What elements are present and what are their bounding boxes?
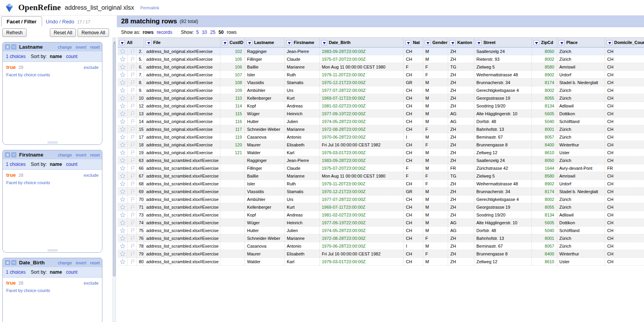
- flag-icon[interactable]: [130, 173, 135, 179]
- facet-exclude-link[interactable]: exclude: [84, 173, 99, 178]
- facet-choice-value[interactable]: true: [6, 172, 16, 178]
- flag-icon[interactable]: [130, 64, 135, 70]
- star-icon[interactable]: [120, 259, 125, 264]
- flag-icon[interactable]: [130, 165, 135, 171]
- star-icon[interactable]: [120, 212, 125, 218]
- flag-icon[interactable]: [130, 158, 135, 163]
- flag-icon[interactable]: [130, 119, 135, 124]
- facet-close-icon[interactable]: x: [5, 260, 10, 265]
- facet-resize-handle[interactable]: [48, 250, 58, 251]
- star-icon[interactable]: [120, 189, 125, 194]
- flag-icon[interactable]: [130, 134, 135, 140]
- flag-icon[interactable]: [130, 220, 135, 225]
- flag-icon[interactable]: [130, 88, 135, 93]
- facet-minimize-icon[interactable]: –: [11, 260, 16, 265]
- facet-invert-link[interactable]: invert: [76, 153, 86, 157]
- star-icon[interactable]: [120, 228, 125, 233]
- star-icon[interactable]: [120, 204, 125, 210]
- column-dropdown-button[interactable]: [146, 40, 151, 45]
- flag-icon[interactable]: [130, 212, 135, 218]
- flag-icon[interactable]: [130, 251, 135, 257]
- column-dropdown-button[interactable]: [246, 40, 252, 45]
- facet-invert-link[interactable]: invert: [76, 45, 86, 49]
- star-icon[interactable]: [120, 119, 125, 124]
- flag-icon[interactable]: [130, 111, 135, 116]
- facet-by-choice-counts-link[interactable]: Facet by choice counts: [3, 286, 102, 295]
- star-icon[interactable]: [120, 243, 125, 249]
- flag-icon[interactable]: [130, 72, 135, 77]
- facet-sort-name-option[interactable]: name: [50, 162, 62, 167]
- facet-choices-link[interactable]: 1 choices: [6, 54, 26, 59]
- flag-icon[interactable]: [130, 181, 135, 187]
- facet-close-icon[interactable]: x: [5, 152, 10, 157]
- flag-icon[interactable]: [130, 243, 135, 249]
- column-dropdown-button[interactable]: [559, 40, 565, 45]
- flag-icon[interactable]: [130, 127, 135, 132]
- facet-panel-scrollbar[interactable]: [113, 37, 116, 322]
- flag-icon[interactable]: [130, 228, 135, 233]
- star-icon[interactable]: [120, 88, 125, 93]
- scrollbar-up-arrow-icon[interactable]: [113, 38, 116, 42]
- scrollbar-thumb[interactable]: [113, 43, 116, 276]
- flag-icon[interactable]: [130, 142, 135, 148]
- facet-by-choice-counts-link[interactable]: Facet by choice counts: [3, 70, 102, 79]
- column-dropdown-button[interactable]: [533, 40, 539, 45]
- facet-choice-value[interactable]: true: [6, 280, 16, 286]
- star-icon[interactable]: [120, 158, 125, 163]
- facet-exclude-link[interactable]: exclude: [84, 65, 99, 70]
- star-icon[interactable]: [120, 103, 125, 109]
- facet-change-link[interactable]: change: [58, 45, 72, 49]
- facet-sort-count-option[interactable]: count: [66, 162, 77, 167]
- flag-icon[interactable]: [130, 80, 135, 85]
- star-icon[interactable]: [120, 134, 125, 140]
- remove-all-button[interactable]: Remove All: [77, 28, 109, 37]
- column-dropdown-button[interactable]: [607, 40, 612, 45]
- facet-sort-count-option[interactable]: count: [66, 269, 77, 275]
- star-icon[interactable]: [120, 197, 125, 202]
- star-icon[interactable]: [120, 181, 125, 187]
- column-dropdown-button[interactable]: [450, 40, 456, 45]
- flag-icon[interactable]: [130, 49, 135, 54]
- column-dropdown-button[interactable]: [405, 40, 411, 45]
- star-icon[interactable]: [120, 72, 125, 77]
- facet-reset-link[interactable]: reset: [90, 260, 100, 265]
- star-icon[interactable]: [120, 80, 125, 85]
- column-dropdown-button[interactable]: [321, 40, 327, 45]
- flag-icon[interactable]: [130, 204, 135, 210]
- star-icon[interactable]: [120, 56, 125, 62]
- facet-by-choice-counts-link[interactable]: Facet by choice counts: [3, 178, 102, 187]
- column-dropdown-button[interactable]: [286, 40, 292, 45]
- star-icon[interactable]: [120, 173, 125, 179]
- flag-icon[interactable]: [130, 150, 135, 155]
- facet-exclude-link[interactable]: exclude: [84, 281, 99, 285]
- facet-choices-link[interactable]: 1 choices: [6, 162, 26, 167]
- star-icon[interactable]: [120, 49, 125, 54]
- star-icon[interactable]: [120, 127, 125, 132]
- facet-close-icon[interactable]: x: [5, 44, 10, 49]
- facet-reset-link[interactable]: reset: [90, 45, 100, 49]
- facet-choices-link[interactable]: 1 choices: [6, 269, 26, 275]
- refresh-button[interactable]: Refresh: [2, 28, 26, 37]
- facet-sort-name-option[interactable]: name: [50, 269, 62, 275]
- star-icon[interactable]: [120, 251, 125, 257]
- column-dropdown-button[interactable]: [476, 40, 482, 45]
- facet-sort-count-option[interactable]: count: [66, 54, 77, 59]
- flag-icon[interactable]: [130, 189, 135, 194]
- star-icon[interactable]: [120, 95, 125, 101]
- flag-icon[interactable]: [130, 197, 135, 202]
- flag-icon[interactable]: [130, 56, 135, 62]
- show-as-rows-option[interactable]: rows: [143, 30, 153, 35]
- star-icon[interactable]: [120, 150, 125, 155]
- page-size-5[interactable]: 5: [196, 30, 199, 35]
- star-icon[interactable]: [120, 165, 125, 171]
- facet-change-link[interactable]: change: [58, 260, 72, 265]
- column-dropdown-button[interactable]: [119, 40, 125, 45]
- flag-icon[interactable]: [130, 236, 135, 241]
- facet-resize-handle[interactable]: [48, 142, 58, 143]
- show-as-records-option[interactable]: records: [157, 30, 172, 35]
- reset-all-button[interactable]: Reset All: [50, 28, 76, 37]
- star-icon[interactable]: [120, 236, 125, 241]
- facet-minimize-icon[interactable]: –: [11, 152, 16, 157]
- page-size-50[interactable]: 50: [218, 30, 223, 35]
- page-size-10[interactable]: 10: [202, 30, 207, 35]
